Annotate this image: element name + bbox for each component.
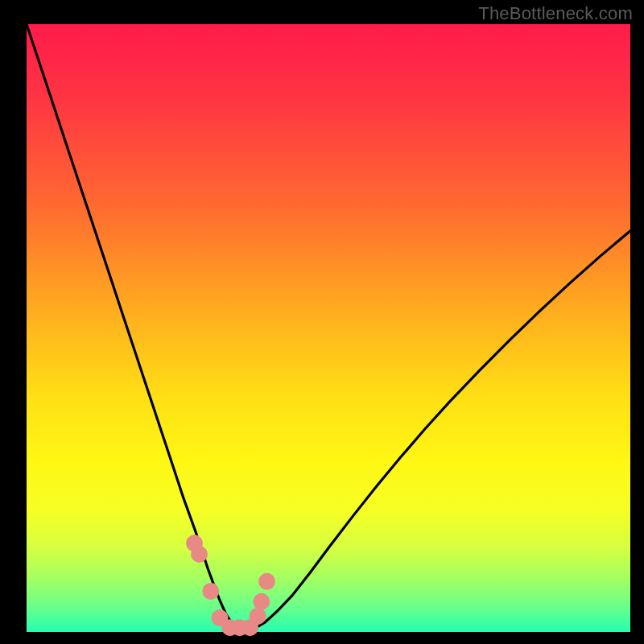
watermark-text: TheBottleneck.com	[478, 3, 633, 24]
bottleneck-chart	[0, 0, 644, 644]
data-marker	[202, 583, 219, 600]
plot-background	[27, 24, 630, 632]
data-marker	[250, 608, 266, 625]
chart-frame: TheBottleneck.com	[0, 0, 644, 644]
data-marker	[258, 573, 275, 590]
data-marker	[191, 546, 208, 563]
data-marker	[253, 593, 270, 610]
